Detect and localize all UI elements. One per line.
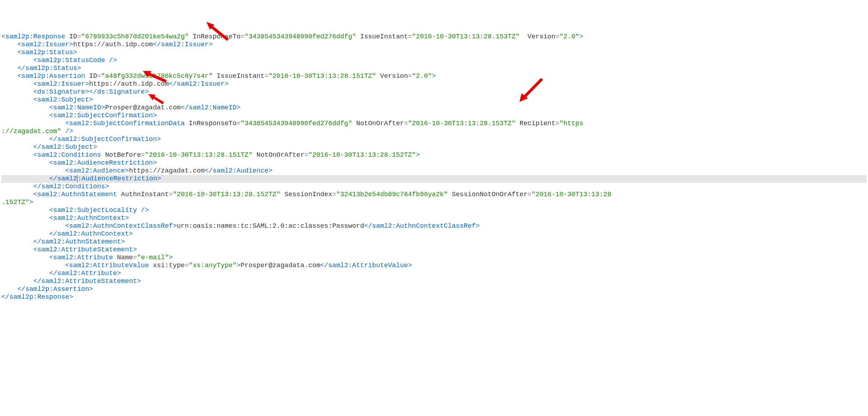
attr-inresponseto: InResponseTo [193,33,241,41]
svg-marker-0 [206,22,214,30]
attribute-name-value: e-mail [141,254,165,261]
attr-notbefore: NotBefore [105,151,141,159]
attr-authninstant: AuthnInstant [121,191,169,198]
attr-notonorafter2: NotOnOrAfter [257,151,304,159]
response-issueinstant-value: 2016-10-30T13:13:28.153TZ [416,33,516,41]
attr-sessionnotonorafter: SessionNotOnOrAfter [452,191,528,198]
tag-attributestatement-open: saml2:AttributeStatement [37,246,133,254]
tag-attributevalue-open: saml2:AttributeValue [69,262,149,269]
attr-inresponseto2: InResponseTo [189,120,237,127]
conditions-notonorafter-value: 2016-10-30T13:13:28.152TZ [312,151,412,159]
tag-authncontext-close: saml2:AuthnContext [57,230,129,238]
attr-sessionindex: SessionIndex [284,191,332,198]
tag-issuer2-close: saml2:Issuer [177,80,225,88]
tag-conditions: saml2:Conditions [37,151,101,159]
response-id-value: 6789933c5h87dd201ke54wa2g [85,33,185,41]
highlighted-line: </saml2:AudienceRestriction> [1,175,867,183]
tag-audiencerestriction-close2: :AudienceRestriction [78,175,157,183]
tag-signature-close: ds:Signature [97,88,145,96]
issuer2-value: https://auth.idp.com [89,80,169,88]
tag-audience-open: saml2:Audience [69,167,125,175]
scd-recipient-value1: https [564,120,584,127]
attr-id2: ID [89,72,97,80]
tag-statuscode: saml2p:StatusCode [37,57,105,64]
attr-version: Version [528,33,556,41]
attr-issueinstant: IssueInstant [360,33,408,41]
tag-audiencerestriction-open: saml2:AudienceRestriction [53,159,153,167]
tag-status-close: saml2p:Status [25,65,77,72]
attr-xsitype: xsi:type [153,262,185,269]
tag-authnstatement: saml2:AuthnStatement [37,191,117,198]
tag-response-close: saml2p:Response [9,293,69,301]
audience-value: https://zagadat.com [129,167,205,175]
xml-code-block: <saml2p:Response ID="6789933c5h87dd201ke… [1,33,867,301]
assertion-version-value: 2.0 [416,72,428,80]
response-inresponseto-value: 3438545343948990fed276ddfg [248,33,352,41]
tag-authncontext-open: saml2:AuthnContext [53,214,125,222]
session-notonorafter-value2: .152TZ [1,199,25,206]
tag-subjectlocality: saml2:SubjectLocality [53,207,137,214]
response-version-value: 2.0 [564,33,575,41]
tag-response: saml2p:Response [5,33,65,41]
scd-recipient-value2: ://zagadat.com [1,128,57,135]
tag-nameid-close: saml2:NameID [189,104,237,112]
nameid-value: Prosper@zagadat.com [105,104,181,112]
authncontextclassref-value: urn:oasis:names:tc:SAML:2.0:ac:classes:P… [177,222,364,230]
tag-issuer2-open: saml2:Issuer [37,80,85,88]
session-index-value: 32413b2e54db89c764fb96ya2k [340,191,444,198]
tag-conditions-close: saml2:Conditions [41,183,105,190]
tag-subject-close: saml2:Subject [41,143,93,151]
attr-id: ID [69,33,77,41]
attr-recipient: Recipient [519,120,555,127]
tag-nameid-open: saml2:NameID [53,104,101,112]
attributevalue-value: Prosper@zagadata.com [241,262,320,269]
tag-authnstatement-close: saml2:AuthnStatement [41,238,121,246]
tag-attribute: saml2:Attribute [53,254,113,261]
attr-version2: Version [380,72,408,80]
tag-status-open: saml2p:Status [22,49,73,56]
tag-assertion: saml2p:Assertion [22,72,85,80]
attributevalue-xsitype-value: xs:anyType [193,262,233,269]
tag-issuer-close: saml2:Issuer [161,41,209,48]
tag-attribute-close: saml2:Attribute [57,270,117,277]
session-notonorafter-value1: 2016-10-30T13:13:28 [536,191,611,198]
tag-audience-close: saml2:Audience [213,167,268,175]
assertion-issueinstant-value: 2016-10-30T13:13:28.151TZ [272,72,372,80]
tag-subjectconfirmationdata: saml2:SubjectConfirmationData [69,120,185,127]
attr-notonorafter: NotOnOrAfter [356,120,404,127]
tag-attributevalue-close: saml2:AttributeValue [328,262,408,269]
scd-notonorafter-value: 2016-10-30T13:13:28.153TZ [412,120,512,127]
tag-subjectconfirmation-open: saml2:SubjectConfirmation [53,112,153,119]
tag-attributestatement-close: saml2:AttributeStatement [41,278,137,285]
tag-subject-open: saml2:Subject [37,96,89,104]
tag-audiencerestriction-close1: saml2 [57,175,77,183]
attr-issueinstant2: IssueInstant [217,72,265,80]
attr-name: Name [117,254,133,261]
tag-authncontextclassref-open: saml2:AuthnContextClassRef [69,222,173,230]
tag-issuer-open: saml2:Issuer [22,41,69,48]
assertion-id-value: a48fg332dw98h786kc5c6y7s4r [105,72,209,80]
issuer1-value: https://auth.idp.com [73,41,153,48]
scd-inresponseto-value: 3438545343948990fed276ddfg [244,120,348,127]
tag-assertion-close: saml2p:Assertion [25,285,89,293]
tag-authncontextclassref-close: saml2:AuthnContextClassRef [372,222,476,230]
authn-instant-value: 2016-10-30T13:13:28.152TZ [177,191,277,198]
conditions-notbefore-value: 2016-10-30T13:13:28.151TZ [149,151,249,159]
tag-subjectconfirmation-close: saml2:SubjectConfirmation [57,136,157,143]
tag-signature-open: ds:Signature [37,88,85,96]
